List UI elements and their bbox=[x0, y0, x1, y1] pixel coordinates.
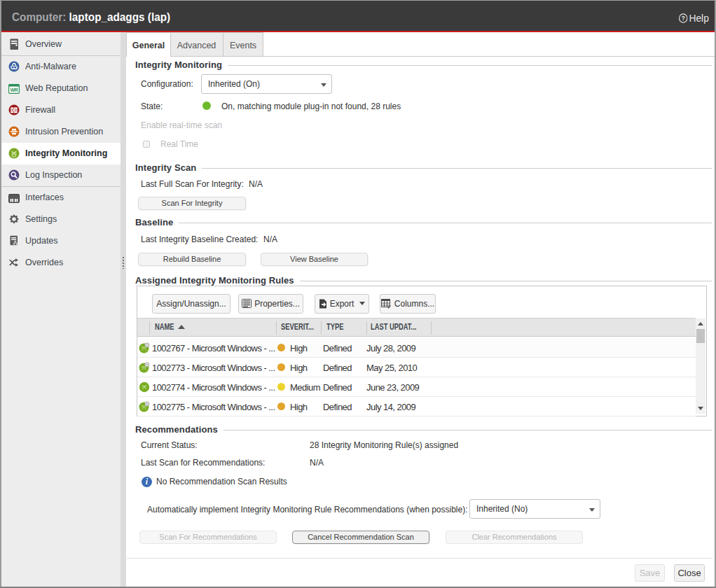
svg-text:?: ? bbox=[682, 14, 685, 21]
svg-text:WR: WR bbox=[11, 88, 18, 92]
